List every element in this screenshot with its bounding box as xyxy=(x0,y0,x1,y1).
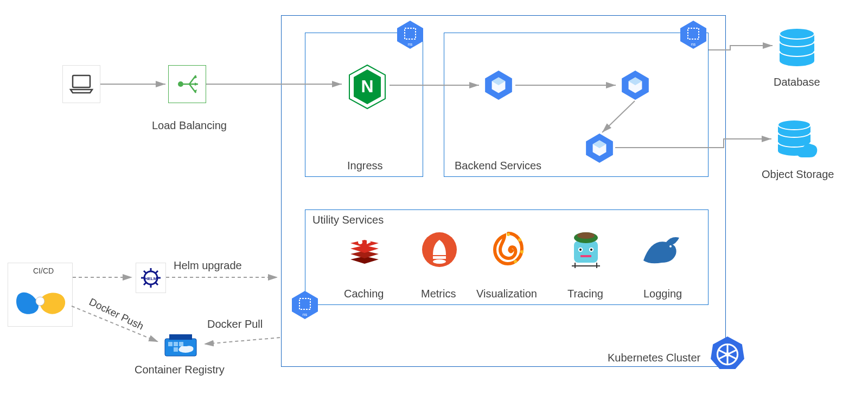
arrow-cicd-to-registry xyxy=(72,306,164,349)
backend-services-box xyxy=(444,33,709,177)
svg-point-63 xyxy=(36,297,44,306)
tracing-label: Tracing xyxy=(567,288,603,300)
helm-icon: HELM xyxy=(136,263,166,293)
docker-pull-label: Docker Pull xyxy=(207,318,263,331)
svg-point-46 xyxy=(514,260,517,263)
svg-rect-41 xyxy=(433,256,446,259)
container-registry-icon xyxy=(162,330,200,359)
arrow-nginx-to-pod1 xyxy=(390,82,482,88)
visualization-grafana-icon xyxy=(489,230,527,268)
tracing-jaeger-icon xyxy=(564,228,608,270)
svg-rect-80 xyxy=(174,347,178,352)
helm-upgrade-label: Helm upgrade xyxy=(174,259,242,272)
arrow-pod2-to-pod3 xyxy=(597,101,640,139)
logging-fluentd-icon xyxy=(640,232,684,267)
backend-pod-2-icon xyxy=(620,69,651,101)
arrow-cluster-to-registry xyxy=(202,338,283,348)
svg-point-44 xyxy=(518,238,521,242)
arrow-cicd-to-helm xyxy=(73,275,136,280)
svg-rect-54 xyxy=(580,255,591,257)
kubernetes-icon xyxy=(710,335,745,371)
backend-pod-1-icon xyxy=(483,69,514,101)
svg-line-70 xyxy=(156,283,158,285)
object-storage-label: Object Storage xyxy=(762,168,834,181)
caching-label: Caching xyxy=(344,288,384,300)
metrics-label: Metrics xyxy=(421,288,456,300)
svg-line-69 xyxy=(144,271,146,273)
nginx-icon: N xyxy=(346,63,388,111)
svg-line-71 xyxy=(144,283,146,285)
svg-text:HELM: HELM xyxy=(145,276,157,281)
svg-point-51 xyxy=(579,249,582,251)
ingress-label: Ingress xyxy=(347,160,383,172)
svg-line-89 xyxy=(204,338,280,344)
caching-redis-icon: ★ xyxy=(345,232,384,267)
svg-point-43 xyxy=(507,233,510,236)
svg-marker-36 xyxy=(350,240,379,247)
arrow-backend-to-database xyxy=(709,43,776,52)
svg-rect-76 xyxy=(169,334,192,340)
svg-rect-78 xyxy=(174,342,178,346)
svg-rect-77 xyxy=(168,342,173,346)
backend-namespace-icon: ns xyxy=(678,20,709,50)
logging-label: Logging xyxy=(643,288,682,300)
svg-point-53 xyxy=(590,249,592,251)
svg-rect-79 xyxy=(179,342,183,346)
svg-text:ns: ns xyxy=(303,312,307,317)
load-balancing-icon xyxy=(168,65,206,103)
svg-line-85 xyxy=(602,101,635,132)
svg-point-11 xyxy=(725,352,730,357)
cicd-label: CI/CD xyxy=(33,266,97,275)
database-icon xyxy=(776,27,818,67)
arrow-helm-to-cluster xyxy=(166,275,281,280)
arrow-lb-to-nginx xyxy=(206,81,344,87)
svg-line-72 xyxy=(156,271,158,273)
arrow-client-to-lb xyxy=(100,81,168,87)
svg-rect-0 xyxy=(73,75,90,87)
svg-text:ns: ns xyxy=(408,42,412,47)
cicd-box: CI/CD xyxy=(8,263,73,327)
visualization-label: Visualization xyxy=(476,288,537,300)
arrow-backend-to-object-storage xyxy=(615,137,775,153)
svg-line-88 xyxy=(72,306,158,342)
metrics-prometheus-icon xyxy=(421,231,458,268)
svg-point-58 xyxy=(669,245,672,247)
utility-namespace-icon: ns xyxy=(290,290,320,320)
load-balancing-label: Load Balancing xyxy=(152,119,227,132)
svg-text:ns: ns xyxy=(691,42,695,47)
svg-point-1 xyxy=(178,81,183,87)
backend-services-label: Backend Services xyxy=(455,160,541,172)
utility-services-label: Utility Services xyxy=(312,214,384,226)
kubernetes-cluster-label: Kubernetes Cluster xyxy=(608,352,700,364)
database-label: Database xyxy=(774,76,820,88)
svg-text:N: N xyxy=(361,77,373,96)
svg-rect-47 xyxy=(574,241,598,263)
client-laptop-icon xyxy=(62,65,100,103)
object-storage-icon xyxy=(775,118,821,161)
svg-text:★: ★ xyxy=(369,236,374,242)
svg-point-49 xyxy=(577,232,595,239)
ingress-namespace-icon: ns xyxy=(395,20,425,50)
container-registry-label: Container Registry xyxy=(135,364,225,376)
arrow-pod1-to-pod2 xyxy=(515,82,618,88)
svg-point-42 xyxy=(433,259,446,264)
svg-point-37 xyxy=(358,240,362,244)
svg-point-45 xyxy=(520,250,524,253)
